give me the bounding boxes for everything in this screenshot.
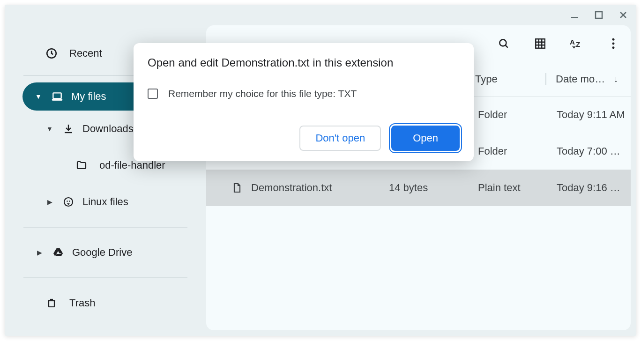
drive-icon <box>51 247 66 258</box>
column-date-label: Date mo… <box>556 73 605 85</box>
chevron-down-icon: ▼ <box>45 125 54 133</box>
maximize-button[interactable] <box>589 7 608 23</box>
open-confirm-dialog: Open and edit Demonstration.txt in this … <box>134 43 474 161</box>
sidebar-label-recent: Recent <box>69 47 102 59</box>
linux-icon <box>61 196 76 208</box>
sidebar-item-trash[interactable]: Trash <box>5 285 206 321</box>
chevron-right-icon: ▶ <box>45 198 54 206</box>
svg-text:Z: Z <box>576 40 580 48</box>
laptop-icon <box>50 90 65 103</box>
file-date: Today 9:11 AM <box>557 109 631 121</box>
svg-rect-0 <box>571 17 578 18</box>
remember-label: Remember my choice for this file type: T… <box>168 88 357 99</box>
file-type: Folder <box>478 145 557 157</box>
file-type: Plain text <box>478 182 557 194</box>
svg-point-14 <box>612 43 615 45</box>
sidebar-label-trash: Trash <box>69 297 95 309</box>
sidebar-label-linux: Linux files <box>82 196 128 208</box>
sidebar-label-myfiles: My files <box>71 90 106 103</box>
sidebar-item-drive[interactable]: ▶ Google Drive <box>5 234 206 271</box>
file-date: Today 7:00 … <box>557 145 631 157</box>
download-icon <box>61 123 76 134</box>
sort-desc-icon: ↓ <box>613 74 618 84</box>
close-button[interactable] <box>614 7 633 23</box>
grid-view-icon[interactable] <box>532 36 548 52</box>
search-icon[interactable] <box>496 36 512 52</box>
file-size: 14 bytes <box>389 182 478 194</box>
svg-rect-4 <box>52 99 62 100</box>
svg-point-15 <box>612 46 615 49</box>
chevron-right-icon: ▶ <box>35 249 44 256</box>
svg-rect-10 <box>536 39 545 48</box>
open-button[interactable]: Open <box>391 126 460 151</box>
file-manager-window: Recent ▼ My files ▼ Downloads <box>5 5 636 336</box>
column-date[interactable]: Date mo… ↓ <box>545 73 631 85</box>
trash-icon <box>44 297 59 309</box>
svg-point-7 <box>69 201 70 202</box>
file-icon <box>223 182 251 193</box>
file-type: Folder <box>478 109 557 121</box>
folder-icon <box>74 160 89 171</box>
sidebar-item-linux[interactable]: ▶ Linux files <box>5 184 206 220</box>
file-name: Demonstration.txt <box>251 182 389 194</box>
more-icon[interactable] <box>605 36 621 52</box>
clock-icon <box>44 47 59 59</box>
svg-rect-8 <box>49 301 54 307</box>
svg-text:A: A <box>570 38 575 46</box>
dont-open-button[interactable]: Don't open <box>299 126 381 151</box>
minimize-button[interactable] <box>565 7 584 23</box>
file-row-demonstration[interactable]: Demonstration.txt 14 bytes Plain text To… <box>206 170 631 206</box>
sidebar-label-drive: Google Drive <box>72 246 132 259</box>
file-date: Today 9:16 … <box>557 182 631 194</box>
sidebar-label-downloads: Downloads <box>82 123 134 135</box>
remember-checkbox[interactable] <box>148 89 158 99</box>
dialog-title: Open and edit Demonstration.txt in this … <box>148 56 460 69</box>
svg-rect-3 <box>53 93 61 98</box>
svg-point-6 <box>67 201 68 202</box>
column-type[interactable]: Type <box>467 73 545 85</box>
titlebar <box>5 5 636 25</box>
svg-rect-1 <box>596 12 602 18</box>
svg-point-13 <box>612 38 615 41</box>
sort-az-icon[interactable]: AZ <box>569 36 585 52</box>
chevron-down-icon: ▼ <box>34 93 43 100</box>
